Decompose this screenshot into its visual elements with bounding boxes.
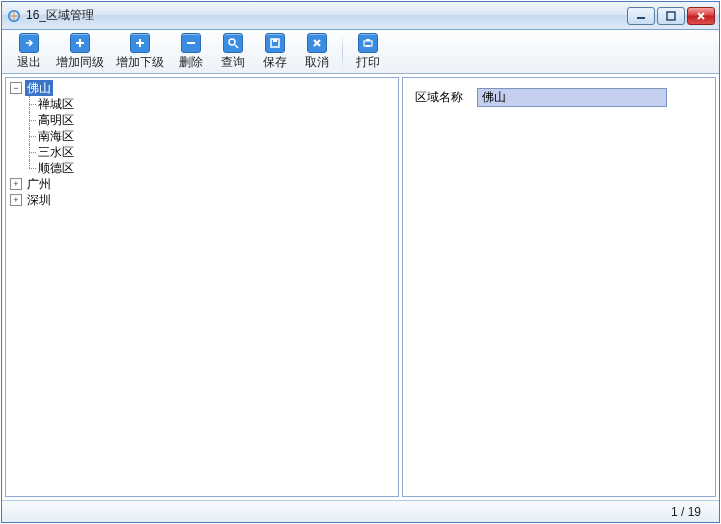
- search-icon: [223, 33, 243, 53]
- cancel-label: 取消: [305, 54, 329, 71]
- statusbar: 1 / 19: [2, 500, 719, 522]
- exit-button[interactable]: 退出: [8, 31, 50, 73]
- titlebar: 16_区域管理: [2, 2, 719, 30]
- query-button[interactable]: 查询: [212, 31, 254, 73]
- tree-node-label[interactable]: 三水区: [36, 144, 76, 160]
- svg-rect-7: [366, 39, 370, 41]
- toolbar: 退出 增加同级 增加下级 删除 查询 保存 取消 打印: [2, 30, 719, 74]
- add-sibling-button[interactable]: 增加同级: [50, 31, 110, 73]
- app-icon: [6, 8, 22, 24]
- exit-icon: [19, 33, 39, 53]
- cancel-button[interactable]: 取消: [296, 31, 338, 73]
- tree-node-label: 佛山: [25, 80, 53, 96]
- minus-icon: [181, 33, 201, 53]
- expand-toggle[interactable]: +: [10, 178, 22, 190]
- svg-rect-5: [273, 39, 277, 42]
- query-label: 查询: [221, 54, 245, 71]
- tree-node-label: 深圳: [25, 192, 53, 208]
- tree-node-label: 广州: [25, 176, 53, 192]
- plus-icon: [70, 33, 90, 53]
- print-label: 打印: [356, 54, 380, 71]
- delete-label: 删除: [179, 54, 203, 71]
- tree-node-foshan[interactable]: − 佛山: [10, 80, 394, 96]
- tree-panel[interactable]: − 佛山 禅城区 高明区 南海区 三水区 顺德区 +: [5, 77, 399, 497]
- print-icon: [358, 33, 378, 53]
- pager-text: 1 / 19: [671, 505, 701, 519]
- svg-rect-1: [637, 17, 645, 19]
- window-title: 16_区域管理: [26, 7, 627, 24]
- window-controls: [627, 7, 715, 25]
- maximize-button[interactable]: [657, 7, 685, 25]
- app-window: 16_区域管理 退出 增加同级 增加下级 删除: [1, 1, 720, 523]
- tree-node-shenzhen[interactable]: + 深圳: [10, 192, 394, 208]
- exit-label: 退出: [17, 54, 41, 71]
- cancel-icon: [307, 33, 327, 53]
- svg-point-3: [229, 39, 235, 45]
- close-button[interactable]: [687, 7, 715, 25]
- tree-node-label[interactable]: 顺德区: [36, 160, 76, 176]
- save-label: 保存: [263, 54, 287, 71]
- minimize-button[interactable]: [627, 7, 655, 25]
- area-name-row: 区域名称: [415, 88, 703, 107]
- content-area: − 佛山 禅城区 高明区 南海区 三水区 顺德区 +: [2, 74, 719, 500]
- delete-button[interactable]: 删除: [170, 31, 212, 73]
- tree-node-label[interactable]: 高明区: [36, 112, 76, 128]
- form-panel: 区域名称: [402, 77, 716, 497]
- add-child-label: 增加下级: [116, 54, 164, 71]
- area-name-label: 区域名称: [415, 89, 463, 106]
- area-tree: − 佛山 禅城区 高明区 南海区 三水区 顺德区 +: [10, 80, 394, 208]
- add-child-button[interactable]: 增加下级: [110, 31, 170, 73]
- print-button[interactable]: 打印: [347, 31, 389, 73]
- collapse-toggle[interactable]: −: [10, 82, 22, 94]
- save-icon: [265, 33, 285, 53]
- area-name-input[interactable]: [477, 88, 667, 107]
- add-sibling-label: 增加同级: [56, 54, 104, 71]
- toolbar-separator: [342, 34, 343, 70]
- plus-icon: [130, 33, 150, 53]
- expand-toggle[interactable]: +: [10, 194, 22, 206]
- tree-node-label[interactable]: 南海区: [36, 128, 76, 144]
- tree-node-guangzhou[interactable]: + 广州: [10, 176, 394, 192]
- svg-rect-2: [667, 12, 675, 20]
- save-button[interactable]: 保存: [254, 31, 296, 73]
- tree-node-label[interactable]: 禅城区: [36, 96, 76, 112]
- svg-rect-8: [366, 45, 370, 47]
